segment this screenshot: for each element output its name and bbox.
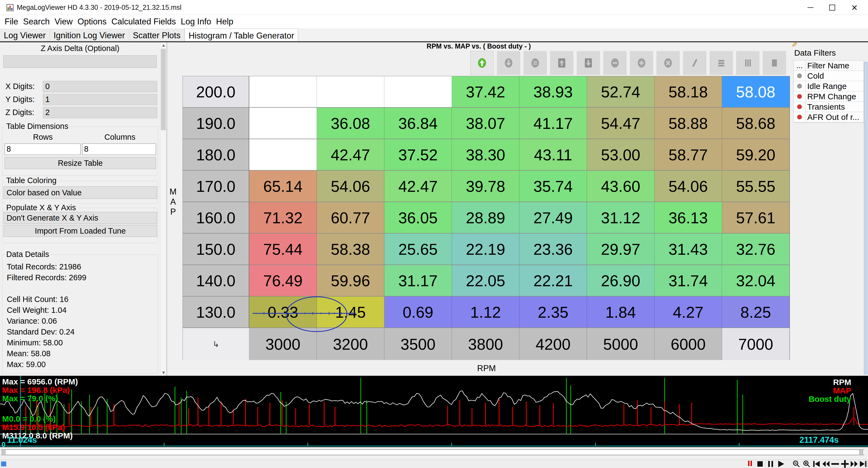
- table-cell[interactable]: [384, 76, 452, 108]
- table-cell[interactable]: 39.78: [452, 170, 520, 202]
- row-header-190.0[interactable]: 190.0: [183, 108, 249, 139]
- table-cell[interactable]: 36.84: [384, 108, 452, 139]
- range-slider-left-handle[interactable]: [2, 449, 5, 455]
- skip-start-button[interactable]: [812, 460, 822, 468]
- table-cell[interactable]: 42.47: [384, 170, 452, 202]
- zoom-out-button[interactable]: [792, 460, 802, 468]
- table-cell[interactable]: 52.74: [587, 76, 654, 108]
- minimize-button[interactable]: [799, 0, 823, 15]
- col-header-3000[interactable]: 3000: [249, 328, 317, 360]
- menu-search[interactable]: Search: [21, 17, 52, 27]
- filter-status-cell[interactable]: [794, 81, 806, 91]
- toolbar-plus-circle-button[interactable]: [630, 51, 653, 75]
- toolbar-down-circle-button[interactable]: [497, 51, 520, 75]
- range-slider-right-handle[interactable]: [859, 449, 863, 455]
- range-slider-track[interactable]: [1, 449, 864, 455]
- row-header-140.0[interactable]: 140.0: [183, 265, 249, 297]
- close-button[interactable]: ×: [842, 0, 866, 15]
- resize-grip[interactable]: [865, 461, 867, 467]
- menu-file[interactable]: File: [2, 17, 21, 27]
- horizontal-scrollbar-thumb[interactable]: [1, 462, 6, 466]
- filter-row-rpm-change[interactable]: RPM Change: [794, 91, 864, 102]
- import-from-tune-button[interactable]: Import From Loaded Tune: [3, 225, 157, 237]
- table-cell[interactable]: 58.77: [654, 139, 722, 170]
- table-cell[interactable]: 38.07: [452, 108, 520, 139]
- menu-options[interactable]: Options: [75, 17, 109, 27]
- table-cell[interactable]: [249, 139, 317, 170]
- table-cell[interactable]: 22.05: [452, 265, 520, 297]
- y-digits-field[interactable]: 1: [43, 94, 157, 105]
- table-cell[interactable]: 28.89: [452, 202, 520, 233]
- table-cell[interactable]: 36.08: [317, 108, 384, 139]
- col-header-6000[interactable]: 6000: [654, 328, 722, 360]
- col-header-4200[interactable]: 4200: [520, 328, 587, 360]
- table-cell[interactable]: 75.44: [249, 233, 317, 265]
- play-button[interactable]: [776, 460, 786, 468]
- columns-input[interactable]: 8: [82, 144, 156, 155]
- toolbar-minus-pair-circle-button[interactable]: [524, 51, 547, 75]
- toolbar-minus-circle-button[interactable]: [603, 51, 627, 75]
- tab-scatter-plots[interactable]: Scatter Plots: [129, 29, 185, 41]
- z-digits-field[interactable]: 2: [43, 107, 157, 118]
- stop-button[interactable]: [755, 460, 766, 468]
- col-header-3800[interactable]: 3800: [452, 328, 520, 360]
- rewind-button[interactable]: [821, 460, 831, 468]
- col-header-3200[interactable]: 3200: [317, 328, 384, 360]
- maximize-button[interactable]: [820, 0, 844, 15]
- table-cell[interactable]: 58.88: [654, 108, 722, 139]
- axis-corner-cell[interactable]: ↳: [183, 328, 249, 360]
- toolbar-up-circle-button[interactable]: [470, 51, 494, 75]
- table-cell[interactable]: 57.61: [722, 202, 789, 233]
- resize-table-button[interactable]: Resize Table: [5, 157, 156, 169]
- table-cell[interactable]: 36.13: [654, 202, 722, 233]
- filter-status-cell[interactable]: [794, 102, 806, 112]
- rows-input[interactable]: 8: [5, 144, 81, 155]
- table-cell[interactable]: 22.19: [452, 233, 520, 265]
- table-cell[interactable]: 54.47: [587, 108, 654, 139]
- table-cell[interactable]: 23.36: [520, 233, 587, 265]
- table-cell[interactable]: 43.11: [520, 139, 587, 170]
- filter-status-cell[interactable]: [794, 71, 806, 81]
- col-header-5000[interactable]: 5000: [587, 328, 654, 360]
- table-cell[interactable]: 4.27: [654, 297, 722, 328]
- table-cell[interactable]: 59.20: [722, 139, 789, 170]
- table-cell[interactable]: 71.32: [249, 202, 317, 233]
- toolbar-box-arrow-up-button[interactable]: [550, 51, 574, 75]
- toolbar-v-bars-button[interactable]: [736, 51, 760, 75]
- table-cell[interactable]: 65.14: [249, 170, 317, 202]
- row-header-170.0[interactable]: 170.0: [183, 170, 249, 202]
- table-cell[interactable]: 55.55: [722, 170, 789, 202]
- table-cell[interactable]: 76.49: [249, 265, 317, 297]
- menu-help[interactable]: Help: [214, 17, 236, 27]
- table-cell[interactable]: 26.90: [587, 265, 654, 297]
- row-header-130.0[interactable]: 130.0: [183, 297, 249, 328]
- table-cell[interactable]: 37.52: [384, 139, 452, 170]
- sidebar-scrollbar-thumb[interactable]: [161, 49, 166, 130]
- filter-row-cold[interactable]: Cold: [794, 71, 864, 81]
- edit-pencil-icon[interactable]: ✎: [792, 41, 798, 49]
- table-cell[interactable]: 0.33: [249, 297, 317, 328]
- table-cell[interactable]: 58.68: [722, 108, 789, 139]
- zoom-in-button[interactable]: [802, 460, 812, 468]
- menu-calculated-fields[interactable]: Calculated Fields: [109, 17, 179, 27]
- table-cell[interactable]: 36.05: [384, 202, 452, 233]
- table-cell[interactable]: 8.25: [722, 297, 789, 328]
- table-cell[interactable]: 27.49: [520, 202, 587, 233]
- col-header-3500[interactable]: 3500: [384, 328, 452, 360]
- col-header-7000[interactable]: 7000: [722, 328, 789, 360]
- sidebar-scrollbar[interactable]: ▲ ▼: [160, 42, 166, 376]
- filter-row-transients[interactable]: Transients: [794, 102, 864, 112]
- filter-row-idle-range[interactable]: Idle Range: [794, 81, 864, 91]
- table-cell[interactable]: 2.35: [520, 297, 587, 328]
- table-cell[interactable]: 59.96: [317, 265, 384, 297]
- right-scrollbar[interactable]: [864, 62, 867, 374]
- tab-log-viewer[interactable]: Log Viewer: [0, 29, 50, 41]
- tab-histogram-table-generator[interactable]: Histogram / Table Generator: [184, 29, 298, 41]
- table-cell[interactable]: 41.17: [520, 108, 587, 139]
- row-header-160.0[interactable]: 160.0: [183, 202, 249, 233]
- table-cell[interactable]: 31.12: [587, 202, 654, 233]
- table-cell[interactable]: 1.12: [452, 297, 520, 328]
- z-axis-delta-input[interactable]: [3, 55, 157, 68]
- toolbar-h-bars-button[interactable]: [710, 51, 733, 75]
- table-cell[interactable]: 38.93: [520, 76, 587, 108]
